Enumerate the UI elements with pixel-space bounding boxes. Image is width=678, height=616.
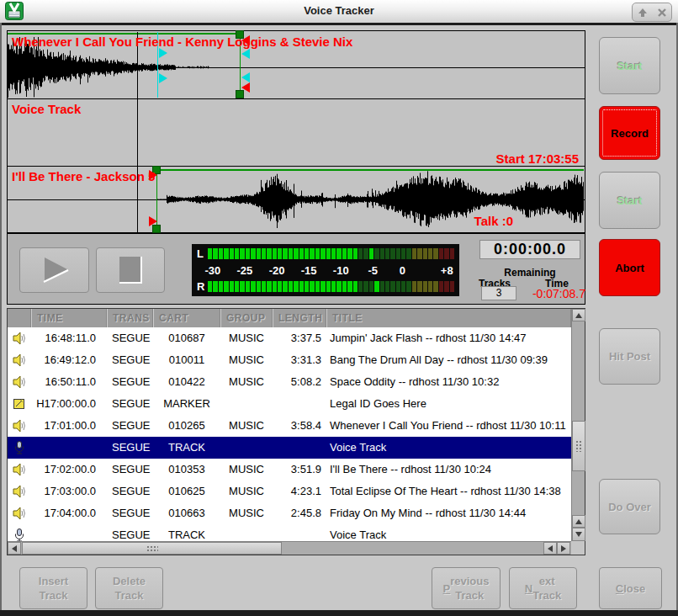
column-header-trans[interactable]: TRANS <box>107 309 153 327</box>
vu-segment <box>358 248 363 259</box>
start-bottom-button[interactable]: Start <box>599 172 660 229</box>
vu-scale-label: +8 <box>441 264 453 277</box>
cell-trans: SEGUE <box>107 349 153 371</box>
table-row[interactable]: 17:01:00.0SEGUE010265MUSIC3:58.4Whenever… <box>8 415 571 437</box>
cell-time: 16:50:11.0 <box>31 371 107 393</box>
cell-trans: SEGUE <box>107 327 153 349</box>
cell-trans: SEGUE <box>107 437 153 459</box>
vu-segment <box>342 248 347 259</box>
previous-track-button[interactable]: PreviousTrack <box>432 567 501 609</box>
vu-segment <box>305 248 309 259</box>
table-row[interactable]: 17:04:00.0SEGUE010663MUSIC2:45.8Friday O… <box>8 502 571 524</box>
cell-length: 5:08.2 <box>273 371 326 393</box>
cell-time: 17:01:00.0 <box>31 415 107 437</box>
cell-title: Voice Track <box>326 524 571 541</box>
delete-track-button[interactable]: DeleteTrack <box>95 567 163 609</box>
abort-button[interactable]: Abort <box>599 239 660 296</box>
cell-time: 17:03:00.0 <box>31 481 107 502</box>
vu-scale-label: -5 <box>368 264 379 277</box>
cell-cart: TRACK <box>153 437 220 459</box>
start-top-button[interactable]: Start <box>599 37 660 94</box>
left-channel-label: L <box>197 248 208 259</box>
scroll-up-button2[interactable] <box>572 515 585 528</box>
vu-segment <box>358 281 363 292</box>
table-row[interactable]: 16:48:11.0SEGUE010687MUSIC3:37.5Jumpin' … <box>8 327 571 349</box>
mic-icon <box>8 437 31 459</box>
vertical-scroll-thumb[interactable] <box>572 421 585 471</box>
vu-segment <box>417 281 421 292</box>
insert-track-button[interactable]: InsertTrack <box>19 567 87 609</box>
speaker-icon <box>8 415 31 437</box>
vu-scale-label: -30 <box>204 264 220 277</box>
close-button[interactable]: Close <box>599 567 662 609</box>
column-header-cart[interactable]: CART <box>153 309 220 327</box>
vu-segment <box>385 281 389 292</box>
scroll-right-button[interactable] <box>557 542 570 555</box>
close-button[interactable] <box>652 3 671 21</box>
vu-segment <box>326 248 331 259</box>
scroll-left-button2[interactable] <box>543 542 557 555</box>
vu-segment <box>331 248 336 259</box>
table-row[interactable]: SEGUETRACKVoice Track <box>8 524 571 541</box>
table-row[interactable]: 16:50:11.0SEGUE010422MUSIC5:08.2Space Od… <box>8 371 571 393</box>
thumb-grip <box>575 440 582 452</box>
down-arrow-icon <box>575 532 582 537</box>
vu-segment <box>219 281 223 292</box>
vu-segment <box>299 248 304 259</box>
vu-scale-label: -15 <box>301 264 317 277</box>
cell-group: MUSIC <box>220 459 273 481</box>
table-row[interactable]: 17:02:00.0SEGUE010353MUSIC3:51.9I'll Be … <box>8 459 571 481</box>
horizontal-scrollbar[interactable] <box>8 541 571 555</box>
window-title: Voice Tracker <box>0 4 678 17</box>
cell-cart: 010011 <box>153 349 220 371</box>
table-row[interactable]: 16:49:12.0SEGUE010011MUSIC3:31.3Bang The… <box>8 349 571 371</box>
cell-title: I'll Be There -- rdhost 11/30 10:24 <box>326 459 571 481</box>
column-header-icon[interactable] <box>8 309 31 327</box>
vu-segment <box>369 281 373 292</box>
start-handle-icon[interactable] <box>149 216 157 226</box>
talk-end-handle-icon[interactable] <box>241 49 250 59</box>
talk-start-handle-icon[interactable] <box>159 73 167 83</box>
speaker-icon <box>8 502 31 524</box>
fade-handle-icon[interactable] <box>241 82 250 93</box>
play-button[interactable] <box>19 247 89 293</box>
remaining-time-value: -0:07:08.7 <box>515 287 585 300</box>
playlist-body: 16:48:11.0SEGUE010687MUSIC3:37.5Jumpin' … <box>8 327 571 541</box>
title-bar[interactable]: Voice Tracker <box>0 0 678 25</box>
track2-start-time: Start 17:03:55 <box>303 151 579 166</box>
vu-segment <box>315 281 320 292</box>
scroll-up-button[interactable] <box>572 309 585 321</box>
cell-trans: SEGUE <box>107 415 153 437</box>
vu-segment <box>219 248 223 259</box>
column-header-group[interactable]: GROUP <box>220 309 273 327</box>
talk-start-handle-icon[interactable] <box>159 48 167 58</box>
next-track-button[interactable]: NextTrack <box>509 567 577 609</box>
scroll-left-button[interactable] <box>8 542 21 555</box>
do-over-button[interactable]: Do Over <box>599 479 660 534</box>
scroll-down-button[interactable] <box>572 528 585 541</box>
table-row[interactable]: H17:00:00.0SEGUEMARKERLegal ID Goes Here <box>8 393 571 415</box>
cell-cart: 010625 <box>153 481 220 502</box>
column-header-time[interactable]: TIME <box>31 309 107 327</box>
vu-segment <box>401 281 405 292</box>
stop-button[interactable] <box>96 247 165 293</box>
vu-segment <box>213 248 217 259</box>
table-row[interactable]: 17:03:00.0SEGUE010625MUSIC4:23.1Total Ec… <box>8 481 571 502</box>
shade-button[interactable] <box>633 3 652 21</box>
vu-segment <box>289 281 293 292</box>
vu-segment <box>315 248 320 259</box>
vertical-scrollbar[interactable] <box>571 309 585 541</box>
column-header-length[interactable]: LENGTH <box>273 309 326 327</box>
hit-post-button[interactable]: Hit Post <box>599 328 660 385</box>
table-row[interactable]: SEGUETRACKVoice Track <box>8 437 571 459</box>
vu-segment <box>251 281 255 292</box>
column-header-title[interactable]: TITLE <box>326 309 571 327</box>
vu-segment <box>289 248 293 259</box>
horizontal-scroll-thumb[interactable] <box>22 542 282 555</box>
record-button[interactable]: Record <box>599 106 660 160</box>
vu-segment <box>390 281 395 292</box>
talk-end-handle-icon[interactable] <box>241 72 250 82</box>
vu-segment <box>208 248 212 259</box>
left-arrow-icon <box>12 545 17 552</box>
vu-segment <box>439 281 443 292</box>
